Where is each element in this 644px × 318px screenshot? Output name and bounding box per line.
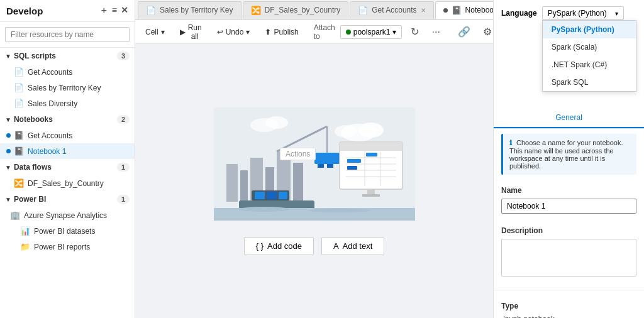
sidebar-item-get-accounts-nb[interactable]: 📓 Get Accounts — [0, 128, 135, 143]
add-text-label: Add text — [343, 241, 373, 251]
main-area: Develop ＋ ≡ ✕ ▼ SQL scripts 3 📄 — [0, 0, 644, 318]
dataflows-section-label: Data flows — [14, 163, 52, 172]
sql-icon-3: 📄 — [14, 99, 24, 108]
lang-option-sql[interactable]: Spark SQL — [543, 74, 636, 91]
notebooks-arrow-icon: ▼ — [5, 116, 11, 123]
undo-button[interactable]: ↩ Undo ▾ — [212, 26, 255, 38]
tab-label: DF_Sales_by_Country — [265, 6, 341, 14]
sql-icon-1: 📄 — [14, 67, 24, 77]
collapse-icon[interactable]: ≡ — [112, 5, 117, 16]
add-code-button[interactable]: { } Add code — [244, 237, 314, 255]
tab-notebook1[interactable]: 📓 Notebook 1 — [435, 1, 493, 19]
add-buttons-row: { } Add code A Add text — [244, 237, 385, 255]
run-all-label: Run all — [188, 23, 202, 41]
notebooks-section-label: Notebooks — [14, 115, 53, 124]
publish-button[interactable]: ⬆ Publish — [260, 26, 303, 38]
lang-option-net[interactable]: .NET Spark (C#) — [543, 56, 636, 74]
sidebar-item-notebook1[interactable]: 📓 Notebook 1 — [0, 143, 135, 159]
rp-tab-general[interactable]: General — [494, 108, 644, 128]
sql-count: 3 — [117, 52, 130, 60]
add-icon[interactable]: ＋ — [99, 5, 108, 16]
sidebar-title: Develop — [6, 6, 43, 16]
info-box: ℹ Choose a name for your notebook. This … — [501, 134, 636, 175]
cell-button[interactable]: Cell ▾ — [140, 26, 170, 38]
toolbar: Cell ▾ ▶ Run all ↩ Undo ▾ ⬆ Publish — [135, 20, 493, 44]
sidebar-section-header-dataflows[interactable]: ▼ Data flows 1 — [0, 159, 135, 175]
dataset-icon: 📊 — [20, 226, 30, 236]
tab-icon-1: 📄 — [146, 6, 156, 15]
search-input[interactable] — [5, 27, 130, 42]
run-all-button[interactable]: ▶ Run all — [175, 21, 207, 43]
sidebar-item-label: Get Accounts — [28, 131, 72, 140]
language-dropdown-menu: PySpark (Python) Spark (Scala) .NET Spar… — [542, 20, 636, 92]
toolbar-more-icon[interactable]: ··· — [428, 24, 443, 40]
right-panel-tabs: General — [494, 108, 644, 129]
notebook-dot-2 — [6, 149, 11, 153]
tab-get-accounts[interactable]: 📄 Get Accounts ✕ — [350, 1, 433, 19]
connect-icon[interactable]: 🔗 — [454, 23, 474, 40]
content-area: 📄 Sales by Territory Key 🔀 DF_Sales_by_C… — [135, 0, 644, 318]
tab-sales-territory[interactable]: 📄 Sales by Territory Key — [138, 1, 242, 19]
svg-rect-32 — [255, 192, 265, 199]
sidebar-section-header-powerbi[interactable]: ▼ Power BI 1 — [0, 191, 135, 207]
azure-icon: 🏢 — [10, 211, 20, 220]
undo-label: Undo — [226, 28, 244, 36]
svg-point-3 — [335, 125, 357, 138]
sidebar-header-actions: ＋ ≡ ✕ — [99, 5, 128, 16]
tab-bar: 📄 Sales by Territory Key 🔀 DF_Sales_by_C… — [135, 0, 493, 20]
svg-point-5 — [265, 116, 288, 129]
language-selected: PySpark (Python) — [548, 9, 607, 18]
svg-rect-29 — [362, 194, 380, 197]
cell-label: Cell — [145, 28, 158, 36]
svg-rect-26 — [347, 166, 357, 170]
tab-label: Notebook 1 — [465, 6, 493, 14]
sidebar-item-sales-territory-key[interactable]: 📄 Sales by Territory Key — [0, 80, 135, 96]
type-label: Type — [501, 302, 636, 310]
sql-section-label: SQL scripts — [14, 52, 56, 60]
notebook-dot-1 — [6, 133, 11, 138]
name-input[interactable] — [501, 199, 636, 214]
add-text-button[interactable]: A Add text — [321, 237, 384, 255]
right-panel: Language PySpark (Python) ▾ PySpark (Pyt… — [493, 0, 644, 318]
description-section: Description — [494, 220, 644, 285]
publish-label: Publish — [274, 28, 298, 36]
sidebar-item-powerbi-reports[interactable]: 📁 Power BI reports — [0, 239, 135, 255]
dataflows-arrow-icon: ▼ — [5, 164, 11, 171]
sidebar-item-label: Sales by Territory Key — [28, 84, 101, 92]
sidebar-section-header-sql[interactable]: ▼ SQL scripts 3 — [0, 48, 135, 64]
description-input[interactable] — [501, 239, 636, 277]
sidebar-search-container — [0, 22, 135, 48]
sidebar-item-powerbi-datasets[interactable]: 📊 Power BI datasets — [0, 223, 135, 239]
lang-option-scala[interactable]: Spark (Scala) — [543, 38, 636, 56]
name-section: Name — [494, 180, 644, 220]
tab-df-sales-country[interactable]: 🔀 DF_Sales_by_Country — [243, 1, 349, 19]
sidebar-item-label: Azure Synapse Analytics — [24, 211, 107, 220]
settings-icon[interactable]: ⚙ — [479, 23, 493, 40]
sidebar-item-azure-synapse[interactable]: 🏢 Azure Synapse Analytics — [0, 207, 135, 223]
undo-icon: ↩ — [217, 28, 223, 36]
refresh-icon[interactable]: ↻ — [407, 23, 423, 40]
pool-status-dot — [346, 30, 351, 35]
description-label: Description — [501, 226, 636, 235]
notebook-canvas: { } Add code A Add text Actions — [135, 44, 493, 318]
svg-rect-11 — [293, 163, 303, 202]
notebook-main: 📄 Sales by Territory Key 🔀 DF_Sales_by_C… — [135, 0, 493, 318]
close-sidebar-icon[interactable]: ✕ — [121, 5, 128, 16]
type-value: .ipynb notebook — [501, 315, 555, 318]
sidebar-section-header-notebooks[interactable]: ▼ Notebooks 2 — [0, 111, 135, 128]
attach-label: Attach to — [314, 23, 335, 41]
svg-rect-16 — [327, 164, 333, 168]
sidebar-item-sales-diversity[interactable]: 📄 Sales Diversity ··· — [0, 96, 135, 111]
tab-label: Sales by Territory Key — [160, 6, 233, 14]
pool-dropdown[interactable]: poolspark1 ▾ — [340, 25, 402, 39]
sidebar-item-get-accounts[interactable]: 📄 Get Accounts — [0, 64, 135, 80]
language-dropdown-button[interactable]: PySpark (Python) ▾ — [542, 6, 624, 20]
tab-close-3[interactable]: ✕ — [421, 7, 426, 14]
sidebar-item-label: Power BI reports — [34, 243, 90, 251]
sidebar-item-df-sales-country[interactable]: 🔀 DF_Sales_by_Country — [0, 175, 135, 191]
lang-option-pyspark[interactable]: PySpark (Python) — [543, 21, 636, 38]
svg-rect-25 — [347, 159, 361, 163]
svg-rect-28 — [367, 189, 375, 194]
svg-rect-18 — [340, 142, 402, 151]
svg-point-36 — [239, 207, 289, 212]
